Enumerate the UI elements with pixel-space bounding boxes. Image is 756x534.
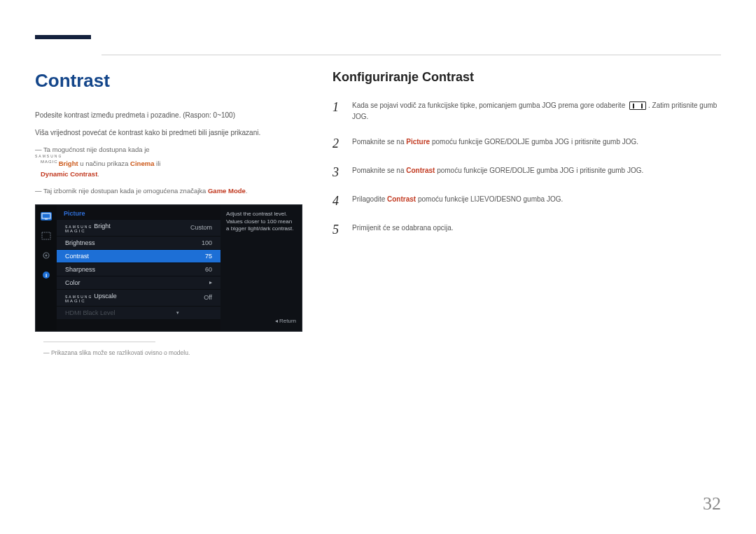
picture-icon (41, 232, 52, 240)
intro-line-2: Viša vrijednost povećat će kontrast kako… (35, 127, 301, 139)
step-number-4: 4 (332, 194, 344, 209)
svg-text:i: i (46, 272, 47, 279)
osd-hdmi-label: HDMI Black Level (65, 309, 115, 316)
osd-tooltip-panel: Adjust the contrast level. Values closer… (220, 205, 302, 331)
osd-header: Picture (57, 205, 220, 219)
osd-sidebar: i (36, 205, 57, 331)
step-number-3: 3 (332, 165, 344, 180)
chevron-down-icon: ▾ (176, 310, 179, 316)
osd-brightness-label: Brightness (65, 239, 95, 246)
note1-or: ili (154, 160, 160, 167)
step-5: 5 Primijenit će se odabrana opcija. (332, 223, 721, 237)
note2-pretext: Taj izbornik nije dostupan kada je omogu… (43, 187, 208, 195)
osd-main-panel: Picture SAMSUNGMAGICBright Custom Bright… (57, 205, 220, 331)
availability-note-1: Ta mogućnost nije dostupna kada je SAMSU… (35, 144, 301, 180)
keyword-contrast: Contrast (406, 167, 435, 174)
osd-row-hdmi-black-level: HDMI Black Level ▾ (57, 306, 220, 319)
step-number-2: 2 (332, 136, 344, 151)
footnote-rule (43, 342, 155, 342)
step-2: 2 Pomaknite se na Picture pomoću funkcij… (332, 136, 721, 151)
samsung-magic-label-2: SAMSUNGMAGIC (65, 295, 92, 303)
step-4: 4 Prilagodite Contrast pomoću funkcije L… (332, 194, 721, 209)
intro-line-1: Podesite kontrast između predmeta i poza… (35, 109, 301, 121)
osd-screenshot: i Picture SAMSUNGMAGICBright Custom Brig… (35, 204, 302, 332)
step-4-text: Prilagodite Contrast pomoću funkcije LIJ… (352, 194, 721, 205)
osd-sharpness-label: Sharpness (65, 266, 95, 273)
keyword-contrast-2: Contrast (387, 195, 416, 203)
svg-rect-0 (42, 213, 50, 218)
osd-sharpness-value: 60 (205, 266, 212, 273)
osd-row-contrast-selected: Contrast 75 (57, 249, 220, 262)
osd-upscale-label: Upscale (94, 293, 117, 300)
keyword-dynamic-contrast: Dynamic Contrast (41, 170, 97, 178)
keyword-cinema: Cinema (130, 160, 154, 167)
osd-contrast-label: Contrast (65, 253, 89, 260)
availability-note-2: Taj izbornik nije dostupan kada je omogu… (35, 185, 301, 196)
osd-return-label: Return (226, 318, 296, 325)
keyword-bright: Bright (59, 160, 78, 167)
top-rule (102, 55, 721, 55)
section-heading-contrast: Contrast (35, 70, 301, 92)
chevron-right-icon: ▸ (209, 279, 212, 286)
osd-color-label: Color (65, 279, 80, 286)
note1-pretext: Ta mogućnost nije dostupna kada je (43, 146, 150, 153)
svg-rect-2 (42, 232, 50, 239)
svg-point-4 (46, 254, 48, 256)
osd-tooltip-text: Adjust the contrast level. Values closer… (226, 211, 296, 233)
gear-icon (41, 251, 52, 260)
osd-bright-label: Bright (94, 223, 111, 230)
step-number-5: 5 (332, 223, 344, 237)
section-marker (35, 35, 91, 39)
keyword-picture: Picture (406, 138, 430, 146)
step-number-1: 1 (332, 100, 344, 115)
osd-row-sharpness: Sharpness 60 (57, 262, 220, 276)
step-5-text: Primijenit će se odabrana opcija. (352, 223, 721, 234)
menu-grid-icon (629, 101, 646, 110)
page-number: 32 (703, 493, 721, 514)
subsection-heading: Konfiguriranje Contrast (332, 70, 721, 85)
note1-mid: u načinu prikaza (78, 160, 130, 167)
note2-end: . (246, 187, 248, 195)
osd-upscale-value: Off (204, 294, 212, 301)
step-1-text: Kada se pojavi vodič za funkcijske tipke… (352, 100, 721, 122)
osd-contrast-value: 75 (205, 253, 212, 260)
osd-brightness-value: 100 (202, 239, 212, 246)
osd-row-color: Color ▸ (57, 276, 220, 289)
keyword-game-mode: Game Mode (208, 187, 246, 195)
step-3-text: Pomaknite se na Contrast pomoću funkcije… (352, 165, 721, 176)
note1-end: . (97, 170, 99, 178)
osd-row-brightness: Brightness 100 (57, 236, 220, 249)
osd-row-magic-upscale: SAMSUNGMAGICUpscale Off (57, 289, 220, 306)
step-3: 3 Pomaknite se na Contrast pomoću funkci… (332, 165, 721, 180)
step-1: 1 Kada se pojavi vodič za funkcijske tip… (332, 100, 721, 122)
model-disclaimer: Prikazana slika može se razlikovati ovis… (43, 349, 301, 356)
osd-bright-value: Custom (190, 224, 212, 231)
svg-rect-1 (45, 218, 48, 219)
monitor-icon (41, 212, 52, 220)
step-2-text: Pomaknite se na Picture pomoću funkcije … (352, 136, 721, 148)
info-icon: i (41, 271, 52, 279)
osd-row-magic-bright: SAMSUNGMAGICBright Custom (57, 219, 220, 236)
samsung-magic-label: SAMSUNGMAGIC (65, 225, 92, 233)
